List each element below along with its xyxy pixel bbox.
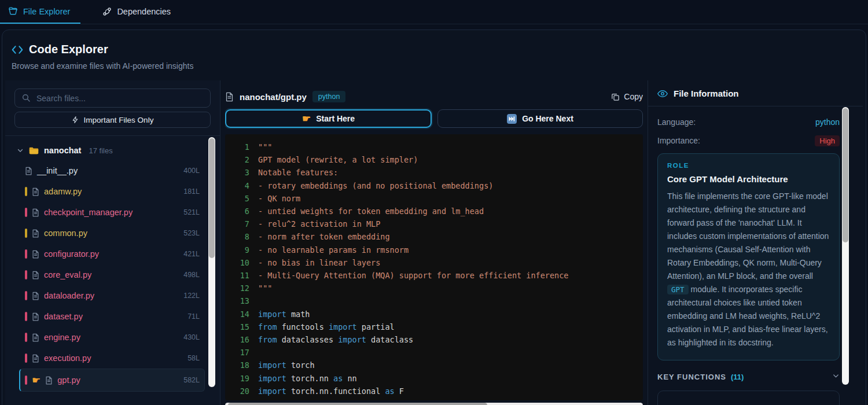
- copy-button[interactable]: Copy: [611, 92, 643, 101]
- file-line-count: 58L: [187, 354, 200, 362]
- eye-icon: [657, 90, 668, 98]
- file-icon: [32, 333, 39, 342]
- code-line: 9- no learnable params in rmsnorm: [225, 244, 643, 256]
- go-here-next-label: Go Here Next: [522, 114, 573, 123]
- file-name: execution.py: [44, 354, 91, 363]
- important-files-only-button[interactable]: Important Files Only: [14, 112, 211, 128]
- file-icon: [32, 292, 39, 300]
- file-tree-item[interactable]: ☛ common.py 523L: [19, 223, 205, 244]
- file-tree-item[interactable]: ☛ engine.py 430L: [19, 327, 205, 348]
- code-horizontal-scrollbar[interactable]: [225, 403, 643, 405]
- key-functions-toggle[interactable]: KEY FUNCTIONS (11): [657, 371, 840, 382]
- file-tree-item[interactable]: ☛ adamw.py 181L: [19, 181, 205, 202]
- line-number: 15: [225, 321, 249, 333]
- file-icon: [225, 92, 234, 102]
- sidebar-scrollbar-thumb[interactable]: [209, 138, 215, 258]
- folder-row-nanochat[interactable]: nanochat 17 files: [5, 142, 220, 159]
- bolt-icon: [72, 116, 79, 124]
- file-information-header: File Information: [648, 80, 863, 106]
- file-tree-item[interactable]: ☛ execution.py 58L: [19, 348, 205, 369]
- start-here-button[interactable]: ☛ Start Here: [225, 109, 432, 128]
- line-content: - QK norm: [258, 194, 300, 203]
- code-line: 1""": [225, 141, 643, 153]
- file-tree-item[interactable]: ☛ dataset.py 71L: [19, 306, 205, 327]
- file-icon: [32, 229, 39, 238]
- info-panel-scrollbar[interactable]: [842, 107, 849, 385]
- file-tree-item[interactable]: ☛ gpt.py 582L: [19, 369, 205, 392]
- line-number: 19: [225, 372, 249, 385]
- file-tree-item[interactable]: ☛ __init__.py 400L: [19, 160, 205, 181]
- pointing-hand-icon: ☛: [302, 114, 311, 124]
- line-number: 16: [225, 333, 249, 346]
- line-number: 18: [225, 359, 249, 371]
- file-icon: [45, 376, 53, 385]
- code-line: 10- no bias in linear layers: [225, 256, 643, 269]
- code-line: 17: [225, 346, 643, 359]
- line-content: import torch.nn as nn: [258, 374, 357, 383]
- file-explorer-sidebar: Important Files Only nanochat 17 files ☛…: [5, 80, 220, 405]
- code-line: 7- relu^2 activation in MLP: [225, 218, 643, 230]
- file-icon: [32, 250, 39, 259]
- file-tree-item[interactable]: ☛ configurator.py 421L: [19, 244, 205, 264]
- copy-icon: [611, 93, 620, 101]
- line-number: 5: [225, 192, 249, 205]
- importance-badge: High: [815, 135, 840, 146]
- line-content: import torch.nn.functional as F: [258, 386, 404, 396]
- code-editor[interactable]: 1""" 2GPT model (rewrite, a lot simpler)…: [225, 134, 643, 400]
- line-content: - rotary embeddings (and no positional e…: [258, 181, 493, 190]
- line-content: - untied weights for token embedding and…: [258, 207, 484, 216]
- chevron-down-icon: [832, 371, 840, 382]
- go-here-next-button[interactable]: Go Here Next: [437, 109, 643, 128]
- line-number: 20: [225, 385, 249, 397]
- line-content: - relu^2 activation in MLP: [258, 219, 380, 229]
- file-line-count: 71L: [187, 312, 200, 321]
- file-line-count: 181L: [183, 187, 200, 196]
- main-container: Code Explorer Browse and examine files w…: [2, 30, 866, 405]
- line-number: 9: [225, 244, 249, 256]
- code-line: 11- Multi-Query Attention (MQA) support …: [225, 269, 643, 282]
- code-nav-buttons: ☛ Start Here Go Here Next: [225, 109, 643, 128]
- line-number: 2: [225, 153, 249, 166]
- file-name: dataloader.py: [44, 291, 94, 300]
- git-branch-icon: [102, 7, 112, 16]
- line-number: 7: [225, 218, 249, 230]
- tab-label: Dependencies: [117, 7, 171, 16]
- line-number: 4: [225, 179, 249, 192]
- line-content: Notable features:: [258, 168, 338, 177]
- sidebar-scrollbar[interactable]: [208, 137, 215, 387]
- top-tab-bar: File Explorer Dependencies: [0, 0, 868, 24]
- file-color-bar: [25, 375, 27, 385]
- page-title: Code Explorer: [29, 43, 108, 56]
- key-functions-label: KEY FUNCTIONS: [657, 373, 726, 381]
- file-tree-item[interactable]: ☛ core_eval.py 498L: [19, 264, 205, 285]
- file-icon: [32, 271, 39, 279]
- file-line-count: 523L: [183, 229, 200, 237]
- file-tree-item[interactable]: ☛ dataloader.py 122L: [19, 285, 205, 306]
- copy-label: Copy: [624, 92, 643, 101]
- key-functions-count: (11): [731, 373, 744, 381]
- code-line: 18import torch: [225, 359, 643, 371]
- start-here-label: Start Here: [316, 114, 355, 123]
- line-content: """: [258, 284, 272, 293]
- line-number: 12: [225, 282, 249, 294]
- file-color-bar: [25, 333, 27, 342]
- line-content: import math: [258, 310, 310, 319]
- role-title: Core GPT Model Architecture: [667, 174, 830, 184]
- folder-icon: [29, 146, 39, 155]
- line-number: 13: [225, 294, 249, 307]
- file-icon: [32, 354, 39, 363]
- file-color-bar: [25, 354, 27, 363]
- file-color-bar: [25, 187, 27, 196]
- tab-file-explorer[interactable]: File Explorer: [0, 0, 80, 24]
- code-line: 16from dataclasses import dataclass: [225, 333, 643, 346]
- search-input[interactable]: [14, 89, 211, 108]
- language-label: Language:: [657, 117, 696, 127]
- file-line-count: 122L: [183, 292, 200, 300]
- code-horizontal-scrollbar-thumb[interactable]: [228, 403, 487, 405]
- line-number: 11: [225, 269, 249, 282]
- file-tree-item[interactable]: ☛ checkpoint_manager.py 521L: [19, 202, 205, 223]
- line-content: - no bias in linear layers: [258, 258, 380, 267]
- tab-dependencies[interactable]: Dependencies: [94, 0, 181, 24]
- info-panel-scrollbar-thumb[interactable]: [843, 108, 848, 242]
- code-brackets-icon: [12, 45, 23, 55]
